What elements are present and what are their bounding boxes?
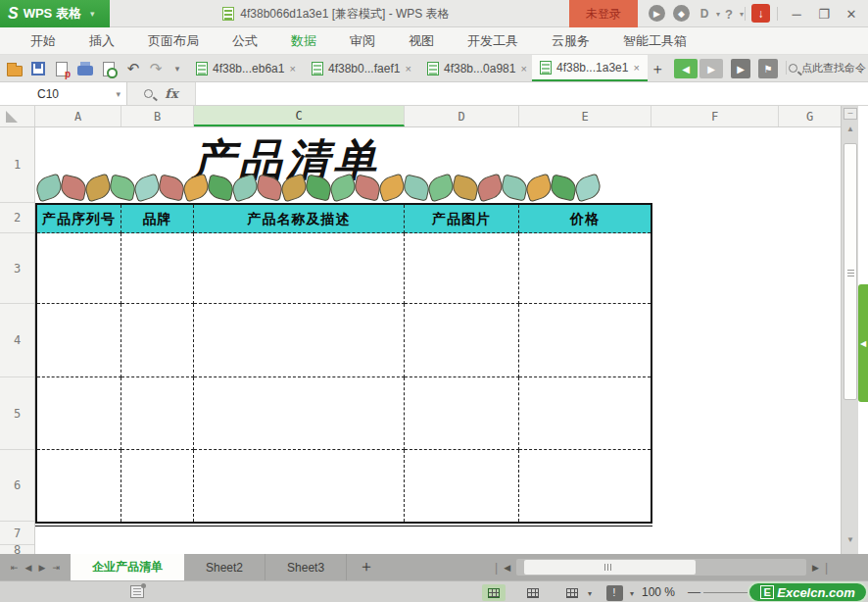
column-header-g[interactable]: G — [779, 106, 841, 126]
header-serial[interactable]: 产品序列号 — [37, 205, 121, 233]
row-header-8[interactable]: 8 — [0, 545, 34, 554]
scroll-up-icon[interactable]: ▲ — [842, 123, 859, 136]
sheet-tab-sheet2[interactable]: Sheet2 — [184, 554, 265, 580]
close-button[interactable]: ✕ — [839, 0, 864, 27]
empty-cell[interactable] — [519, 450, 651, 522]
sidebar-pull-tab[interactable]: ◀ — [858, 284, 868, 402]
first-sheet-icon[interactable]: ⇤ — [11, 563, 19, 573]
find-command[interactable]: 点此查找命令 — [789, 55, 866, 81]
empty-cell[interactable] — [194, 233, 405, 304]
tab-review[interactable]: 审阅 — [333, 27, 392, 55]
tab-close-icon[interactable]: × — [405, 63, 410, 75]
tab-insert[interactable]: 插入 — [72, 27, 131, 55]
empty-cell[interactable] — [194, 304, 405, 377]
tab-scroll-right-button[interactable]: ▶ — [699, 59, 723, 78]
empty-cell[interactable] — [37, 233, 121, 304]
empty-cell[interactable] — [121, 233, 194, 304]
formula-input[interactable] — [196, 82, 868, 105]
row-header-7[interactable]: 7 — [0, 522, 34, 545]
row-header-1[interactable]: 1 — [0, 127, 34, 203]
doc-tab-3[interactable]: 4f38b...0a981 × — [419, 55, 535, 81]
hscroll-track[interactable] — [516, 559, 806, 576]
empty-cell[interactable] — [37, 450, 121, 522]
scroll-right-icon[interactable]: ▶ — [812, 563, 819, 573]
column-header-c[interactable]: C — [194, 106, 405, 126]
page-break-view-icon[interactable] — [521, 584, 545, 601]
row-header-2[interactable]: 2 — [0, 203, 34, 233]
toolbar-caret-icon[interactable]: ▾ — [169, 60, 186, 77]
tab-smart-toolbox[interactable]: 智能工具箱 — [606, 27, 703, 55]
name-box-caret-icon[interactable]: ▾ — [116, 89, 121, 99]
tab-developer[interactable]: 开发工具 — [451, 27, 535, 55]
doc-tab-4-active[interactable]: 4f38b...1a3e1 × — [532, 55, 648, 81]
empty-cell[interactable] — [121, 304, 194, 377]
zoom-level[interactable]: 100 % — [642, 585, 675, 599]
minimize-button[interactable]: ─ — [784, 0, 809, 27]
header-brand[interactable]: 品牌 — [121, 205, 194, 233]
empty-cell[interactable] — [37, 304, 121, 377]
normal-view-icon[interactable] — [482, 584, 506, 601]
empty-cell[interactable] — [405, 233, 519, 304]
column-header-d[interactable]: D — [405, 106, 519, 126]
community-icon[interactable]: ▶ — [649, 5, 665, 22]
tab-home[interactable]: 开始 — [14, 27, 72, 55]
column-header-a[interactable]: A — [35, 106, 121, 126]
header-image[interactable]: 产品图片 — [405, 205, 519, 233]
insert-function-icon[interactable]: fx — [165, 86, 177, 101]
vertical-scroll-thumb[interactable] — [844, 143, 857, 400]
empty-cell[interactable] — [194, 450, 405, 522]
upgrade-icon[interactable]: ◆ — [673, 5, 690, 22]
download-icon[interactable]: ↓ — [751, 4, 770, 23]
empty-cell[interactable] — [405, 304, 519, 377]
maximize-button[interactable]: ❐ — [811, 0, 837, 27]
row-header-6[interactable]: 6 — [0, 450, 34, 522]
reading-mode-icon[interactable]: ! — [603, 584, 626, 601]
flag-icon[interactable]: ⚑ — [758, 59, 778, 78]
login-button[interactable]: 未登录 — [569, 0, 638, 27]
name-box[interactable]: C10 ▾ — [0, 82, 127, 105]
doc-tab-2[interactable]: 4f38b0...faef1 × — [304, 55, 419, 81]
tab-close-icon[interactable]: × — [633, 62, 639, 74]
tab-formulas[interactable]: 公式 — [216, 27, 274, 55]
tab-scroll-left-button[interactable]: ◀ — [674, 59, 698, 78]
add-sheet-icon[interactable]: ＋ — [347, 554, 386, 580]
tab-close-icon[interactable]: × — [520, 63, 526, 75]
tab-page-layout[interactable]: 页面布局 — [131, 27, 216, 55]
column-header-e[interactable]: E — [519, 106, 651, 126]
sheet-tab-sheet3[interactable]: Sheet3 — [265, 554, 347, 580]
empty-cell[interactable] — [194, 377, 405, 450]
horizontal-scroll-thumb[interactable] — [524, 560, 696, 575]
tab-data[interactable]: 数据 — [274, 27, 333, 55]
sheet-tab-product-list[interactable]: 企业产品清单 — [71, 554, 184, 580]
empty-cell[interactable] — [37, 377, 121, 450]
page-layout-view-icon[interactable] — [560, 584, 584, 601]
empty-cell[interactable] — [405, 450, 519, 522]
open-icon[interactable] — [6, 60, 24, 77]
scroll-down-icon[interactable]: ▼ — [842, 533, 859, 547]
last-sheet-icon[interactable]: ⇥ — [52, 563, 60, 573]
vertical-scrollbar[interactable]: ─ ▲ ▼ — [841, 106, 858, 554]
empty-cell[interactable] — [519, 304, 651, 377]
macro-record-icon[interactable] — [130, 585, 144, 598]
export-pdf-icon[interactable] — [53, 60, 71, 77]
row-header-4[interactable]: 4 — [0, 304, 34, 377]
empty-cell[interactable] — [519, 377, 651, 450]
empty-cell[interactable] — [121, 377, 194, 450]
next-sheet-icon[interactable]: ▶ — [39, 563, 46, 573]
prev-sheet-icon[interactable]: ◀ — [25, 563, 32, 573]
undo-icon[interactable]: ↶ — [124, 60, 142, 77]
row-header-5[interactable]: 5 — [0, 377, 34, 450]
scroll-left-icon[interactable]: ◀ — [504, 563, 510, 573]
new-tab-icon[interactable]: ＋ — [649, 60, 666, 77]
tab-view[interactable]: 视图 — [392, 27, 451, 55]
doc-tab-1[interactable]: 4f38b...eb6a1 × — [188, 55, 304, 81]
empty-cell[interactable] — [519, 233, 651, 304]
print-preview-icon[interactable] — [100, 60, 118, 77]
column-header-f[interactable]: F — [651, 106, 779, 126]
redo-icon[interactable]: ↷ — [147, 60, 165, 77]
print-icon[interactable] — [76, 60, 94, 77]
empty-cell[interactable] — [405, 377, 519, 450]
save-icon[interactable] — [29, 60, 47, 77]
sheet-canvas[interactable]: 产品清单 产品序列号 品牌 产品名称及描述 产品图片 价格 — [35, 127, 841, 554]
split-handle[interactable]: ─ — [844, 108, 857, 120]
